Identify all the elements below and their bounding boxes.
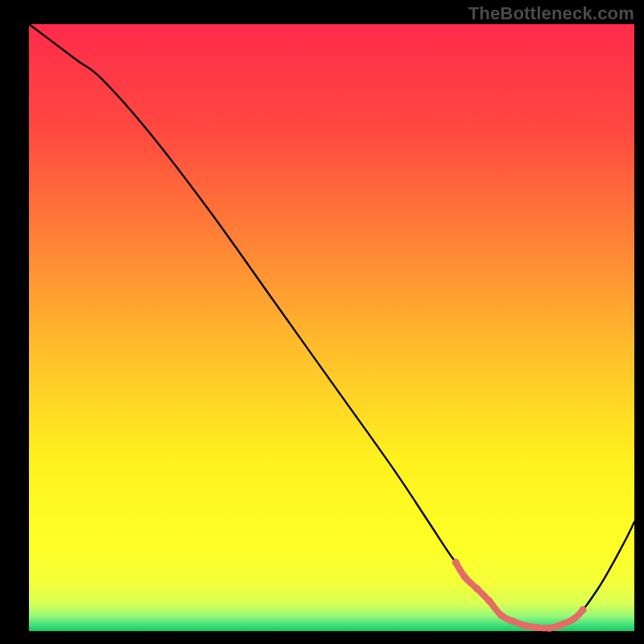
highlight-dot <box>570 615 577 622</box>
highlight-dot <box>485 597 493 605</box>
highlight-dot <box>522 622 529 630</box>
highlight-dot <box>452 559 460 566</box>
highlight-dot <box>580 606 587 613</box>
plot-background <box>29 24 634 631</box>
highlight-dot <box>473 585 481 592</box>
chart-frame: TheBottleneck.com <box>0 0 644 644</box>
chart-canvas <box>0 0 644 644</box>
highlight-dot <box>546 625 553 632</box>
watermark-text: TheBottleneck.com <box>469 3 634 24</box>
highlight-dot <box>555 622 563 630</box>
highlight-dot <box>461 573 469 580</box>
highlight-dot <box>497 612 505 619</box>
highlight-dot <box>510 617 517 625</box>
highlight-dot <box>534 624 541 631</box>
